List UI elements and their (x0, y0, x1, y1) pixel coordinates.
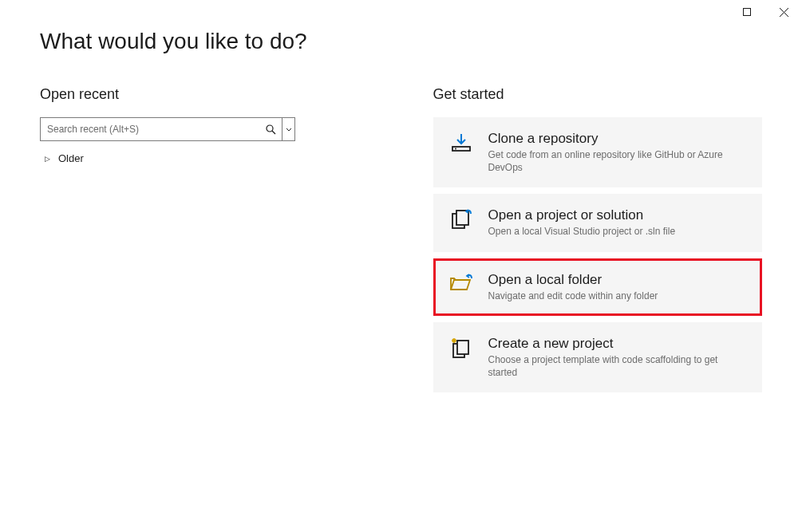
search-icon (266, 124, 276, 135)
get-started-heading: Get started (433, 86, 763, 103)
action-desc: Choose a project template with code scaf… (488, 353, 746, 379)
action-create-project[interactable]: Create a new project Choose a project te… (433, 322, 763, 392)
caret-right-icon: ▷ (45, 155, 50, 163)
recent-group-older[interactable]: ▷ Older (40, 141, 369, 164)
maximize-icon (743, 8, 751, 16)
action-desc: Navigate and edit code within any folder (488, 290, 658, 302)
clone-icon (448, 131, 474, 156)
close-button[interactable] (765, 0, 802, 24)
search-icon-button[interactable] (259, 118, 282, 140)
open-project-icon (448, 207, 474, 233)
recent-group-label: Older (58, 152, 84, 164)
svg-rect-9 (456, 211, 468, 225)
maximize-button[interactable] (729, 0, 765, 24)
new-project-icon (448, 336, 474, 361)
action-clone-repository[interactable]: Clone a repository Get code from an onli… (433, 117, 763, 187)
action-title: Create a new project (488, 336, 746, 352)
search-container (40, 117, 295, 141)
svg-line-4 (272, 131, 275, 134)
action-open-project[interactable]: Open a project or solution Open a local … (433, 194, 763, 251)
action-title: Open a local folder (488, 272, 658, 288)
svg-point-7 (455, 148, 456, 150)
action-title: Clone a repository (488, 131, 746, 147)
action-title: Open a project or solution (488, 207, 676, 223)
close-icon (780, 8, 788, 17)
get-started-section: Get started Clone a repository Get code … (433, 86, 763, 399)
action-desc: Open a local Visual Studio project or .s… (488, 225, 676, 238)
open-recent-section: Open recent ▷ Older (40, 86, 369, 399)
folder-open-icon (448, 272, 474, 298)
search-input[interactable] (41, 118, 259, 140)
svg-rect-11 (457, 341, 468, 354)
action-desc: Get code from an online repository like … (488, 148, 746, 174)
action-open-folder[interactable]: Open a local folder Navigate and edit co… (433, 258, 763, 316)
search-dropdown-button[interactable] (282, 118, 294, 140)
window-controls (729, 0, 802, 24)
open-recent-heading: Open recent (40, 86, 369, 103)
page-title: What would you like to do? (0, 0, 802, 54)
svg-point-3 (267, 125, 273, 132)
chevron-down-icon (286, 128, 292, 132)
svg-rect-0 (744, 9, 751, 16)
